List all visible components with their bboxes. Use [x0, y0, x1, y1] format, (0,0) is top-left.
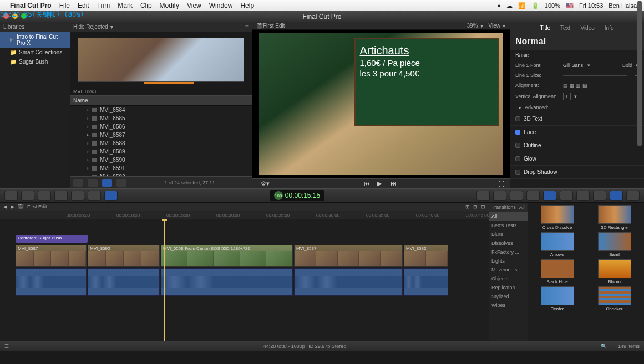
enhance-icon[interactable]: [476, 191, 490, 201]
skim-icon[interactable]: ⊟: [473, 204, 478, 209]
fx-item[interactable]: Arrows: [530, 232, 585, 257]
video-clip[interactable]: MVI_0558-From Canon EOS 55D 1280x720: [161, 245, 293, 267]
fx-cat[interactable]: Movements: [489, 265, 528, 274]
play-icon[interactable]: ▶: [377, 180, 385, 188]
user-name[interactable]: Ben Halsall: [608, 2, 640, 9]
video-clip[interactable]: MVI_8592: [88, 245, 160, 267]
valign-button[interactable]: T: [563, 93, 571, 100]
fx-item[interactable]: Cross Dissolve: [530, 205, 585, 230]
viewer-canvas[interactable]: Artichauts 1,60€ / Pa pièce les 3 pour 4…: [252, 30, 510, 178]
title-clip[interactable]: Centered: Sugar Bush: [16, 235, 88, 243]
solo-icon[interactable]: ⊡: [481, 204, 485, 209]
fx-cat[interactable]: Ben's Tests: [489, 221, 528, 230]
font-value[interactable]: Gill Sans: [563, 63, 583, 68]
fullscreen-icon[interactable]: ⛶: [498, 181, 504, 187]
fx-item[interactable]: Black Hole: [530, 259, 585, 284]
clock[interactable]: Fri 10:53: [579, 2, 603, 9]
menu-help[interactable]: Help: [240, 2, 254, 9]
fx-cat[interactable]: Stylized: [489, 292, 528, 301]
fx-tab-all[interactable]: All: [519, 204, 525, 210]
themes-icon[interactable]: [593, 191, 606, 201]
menu-window[interactable]: Window: [209, 2, 233, 9]
keyword-icon[interactable]: [21, 191, 34, 201]
fx-item[interactable]: 3D Rectangle: [587, 205, 642, 230]
gear-icon[interactable]: [88, 179, 98, 187]
tab-info[interactable]: Info: [605, 25, 614, 31]
timeline-ruler[interactable]: 00:00:05:00 00:00:10:00 00:00:15:00 00:0…: [0, 211, 489, 219]
timecode-display[interactable]: 100 00:00:15:15: [270, 190, 324, 201]
import-icon[interactable]: [4, 191, 18, 201]
fx-tab-transitions[interactable]: Transitions: [491, 204, 516, 210]
list-name-header[interactable]: Name: [70, 95, 252, 106]
disclosure-icon[interactable]: [10, 38, 13, 42]
menu-edit[interactable]: Edit: [78, 2, 89, 9]
photos-icon[interactable]: [510, 191, 523, 201]
filmstrip-view-icon[interactable]: [116, 179, 126, 187]
menu-modify[interactable]: Modify: [160, 2, 179, 9]
video-clip[interactable]: MVI_8583: [404, 245, 448, 267]
battery-icon[interactable]: 🔋: [531, 2, 539, 9]
view-menu[interactable]: View: [489, 23, 501, 29]
tool-icon[interactable]: [38, 191, 51, 201]
clip-row[interactable]: MVI_8588: [70, 139, 252, 147]
audio-clip[interactable]: [161, 268, 293, 296]
snap-icon[interactable]: ⊞: [465, 204, 470, 209]
fx-item[interactable]: Checker: [587, 286, 642, 311]
music-icon[interactable]: [526, 191, 540, 201]
clip-filmstrip[interactable]: [78, 38, 244, 82]
index-icon[interactable]: ☰: [4, 344, 9, 349]
fx-cat[interactable]: Blurs: [489, 230, 528, 239]
clip-row[interactable]: MVI_8590: [70, 156, 252, 164]
search-icon[interactable]: 🔍: [601, 344, 607, 349]
history-back-icon[interactable]: ◀: [3, 204, 7, 209]
flag-icon[interactable]: 🇺🇸: [566, 2, 574, 9]
menu-trim[interactable]: Trim: [97, 2, 110, 9]
dropdown-icon[interactable]: ▾: [110, 24, 113, 30]
retime-icon[interactable]: [493, 191, 506, 201]
effects-grid[interactable]: Cross Dissolve 3D Rectangle Arrows Band …: [528, 203, 644, 341]
fx-cat[interactable]: Objects: [489, 274, 528, 283]
filter-icon[interactable]: ≡: [245, 24, 249, 30]
library-item-smart[interactable]: 📁 Smart Collections: [0, 48, 70, 57]
playhead[interactable]: [164, 219, 165, 341]
filmstrip-area[interactable]: [70, 32, 252, 88]
clip-row[interactable]: MVI_8589: [70, 147, 252, 156]
group-dropshadow[interactable]: Drop Shadow: [510, 166, 644, 179]
clip-row[interactable]: MVI_8584: [70, 106, 252, 114]
fx-item[interactable]: Bloom: [587, 259, 642, 284]
audio-clip[interactable]: [294, 268, 403, 296]
align-buttons[interactable]: ▤ ▦ ▥ ▧: [563, 83, 587, 88]
menu-mark[interactable]: Mark: [118, 2, 133, 9]
library-item-sugar[interactable]: 📁 Sugar Bush: [0, 57, 70, 66]
fx-cat[interactable]: Wipes: [489, 301, 528, 310]
audio-clip[interactable]: [88, 268, 160, 296]
bold-toggle[interactable]: Bold: [622, 63, 632, 68]
size-slider[interactable]: [563, 75, 627, 76]
arrow-tool-icon[interactable]: [104, 191, 118, 201]
menu-file[interactable]: File: [59, 2, 70, 9]
tab-text[interactable]: Text: [560, 25, 570, 31]
clip-row[interactable]: MVI_8586: [70, 122, 252, 131]
next-edit-icon[interactable]: ⏭: [391, 180, 398, 188]
app-menu[interactable]: Final Cut Pro: [10, 2, 52, 9]
clip-list[interactable]: MVI_8584 MVI_8585 MVI_8586 MVI_8587 MVI_…: [70, 106, 252, 176]
video-clip[interactable]: MVI_8587: [16, 245, 87, 267]
prev-edit-icon[interactable]: ⏮: [364, 180, 372, 188]
hide-rejected-toggle[interactable]: Hide Rejected: [73, 24, 108, 30]
history-fwd-icon[interactable]: ▶: [11, 204, 14, 209]
zoom-level[interactable]: 39%: [466, 23, 478, 29]
fx-item[interactable]: Band: [587, 232, 642, 257]
settings-icon[interactable]: ⚙▾: [261, 180, 270, 187]
clip-row[interactable]: MVI_8587: [70, 131, 252, 139]
menu-view[interactable]: View: [187, 2, 201, 9]
group-glow[interactable]: Glow: [510, 152, 644, 166]
generators-icon[interactable]: [576, 191, 590, 201]
timeline-index-icon[interactable]: [610, 191, 623, 201]
advanced-toggle[interactable]: Advanced:: [525, 105, 549, 110]
audio-clip[interactable]: [16, 268, 87, 296]
fx-cat[interactable]: Lights: [489, 257, 528, 265]
fx-cat[interactable]: FxFactory ...: [489, 248, 528, 257]
timeline-body[interactable]: Centered: Sugar Bush MVI_8587 MVI_8592 M…: [0, 219, 489, 341]
group-outline[interactable]: Outline: [510, 139, 644, 152]
audio-clip[interactable]: [404, 268, 448, 296]
